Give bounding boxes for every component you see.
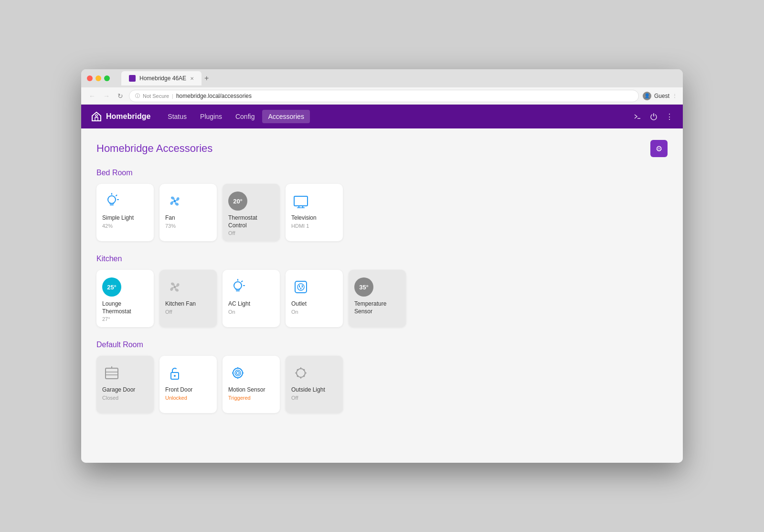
svg-point-6	[174, 200, 176, 202]
temperature-sensor-card[interactable]: 35° Temperature Sensor	[349, 270, 406, 327]
outside-light-icon	[291, 363, 310, 383]
thermostat-control-icon: 20°	[228, 192, 247, 211]
settings-gear-icon: ⚙	[656, 144, 662, 153]
outlet-status: On	[291, 309, 298, 315]
reload-button[interactable]: ↻	[116, 90, 125, 102]
kitchen-fan-status: Off	[165, 309, 172, 315]
thermostat-control-card[interactable]: 20° Thermostat Control Off	[223, 184, 280, 241]
close-button[interactable]	[87, 75, 93, 81]
temp-sensor-display: 35°	[354, 277, 373, 297]
svg-point-11	[174, 286, 176, 288]
ac-light-card[interactable]: AC Light On	[223, 270, 280, 327]
ac-light-status: On	[228, 309, 235, 315]
terminal-icon[interactable]	[633, 112, 642, 121]
kitchen-fan-name: Kitchen Fan	[165, 300, 196, 308]
television-status: HDMI 1	[291, 223, 309, 229]
fan-icon	[165, 192, 184, 211]
nav-item-status[interactable]: Status	[162, 110, 192, 123]
motion-sensor-card[interactable]: Motion Sensor Triggered	[223, 356, 280, 413]
default-room-grid: Garage Door Closed Front Door Unlocked	[96, 356, 668, 413]
light-icon	[102, 192, 121, 211]
profile-chevron-icon: ⋮	[672, 93, 677, 98]
front-door-card[interactable]: Front Door Unlocked	[159, 356, 217, 413]
bedroom-title: Bed Room	[96, 169, 668, 177]
kitchen-grid: 25° Lounge Thermostat 27°	[96, 270, 668, 327]
app-nav: Homebridge Status Plugins Config Accesso…	[81, 105, 683, 128]
lounge-temp-display: 25°	[102, 277, 121, 297]
default-room-section: Default Room Garage Door Closed	[96, 340, 668, 413]
svg-line-4	[116, 195, 117, 196]
motion-sensor-status: Triggered	[228, 395, 251, 401]
tab-bar: Homebridge 46AE ✕ +	[121, 71, 209, 85]
garage-door-icon	[102, 363, 121, 383]
thermostat-control-status: Off	[228, 230, 235, 236]
nav-item-plugins[interactable]: Plugins	[194, 110, 228, 123]
active-tab[interactable]: Homebridge 46AE ✕	[121, 71, 202, 85]
power-icon[interactable]	[649, 112, 658, 121]
lock-icon	[165, 363, 184, 383]
outlet-icon	[291, 277, 310, 297]
temperature-sensor-icon: 35°	[354, 277, 373, 297]
temperature-sensor-name: Temperature Sensor	[354, 300, 400, 315]
profile-area[interactable]: 👤 Guest ⋮	[643, 92, 677, 100]
outside-light-status: Off	[291, 395, 298, 401]
svg-rect-16	[295, 281, 307, 293]
kitchen-fan-card[interactable]: Kitchen Fan Off	[159, 270, 217, 327]
tab-title: Homebridge 46AE	[139, 75, 186, 82]
lounge-thermostat-status: 27°	[102, 316, 110, 322]
svg-point-2	[108, 196, 116, 203]
motion-sensor-name: Motion Sensor	[228, 386, 265, 394]
address-bar: ← → ↻ ⓘ Not Secure | homebridge.local/ac…	[81, 87, 683, 105]
front-door-status: Unlocked	[165, 395, 187, 401]
back-button[interactable]: ←	[87, 90, 97, 102]
fan-name: Fan	[165, 214, 175, 222]
nav-items: Status Plugins Config Accessories	[162, 110, 310, 123]
garage-door-card[interactable]: Garage Door Closed	[96, 356, 154, 413]
lounge-thermostat-card[interactable]: 25° Lounge Thermostat 27°	[96, 270, 154, 327]
simple-light-name: Simple Light	[102, 214, 134, 222]
svg-point-0	[96, 115, 97, 117]
nav-item-config[interactable]: Config	[230, 110, 260, 123]
maximize-button[interactable]	[104, 75, 110, 81]
page-header: Homebridge Accessories ⚙	[96, 140, 668, 157]
url-bar[interactable]: ⓘ Not Secure | homebridge.local/accessor…	[129, 90, 639, 102]
svg-point-29	[236, 372, 239, 374]
outside-light-name: Outside Light	[291, 386, 325, 394]
main-content: Homebridge Accessories ⚙ Bed Room	[81, 128, 683, 463]
profile-label: Guest	[654, 93, 669, 99]
outlet-name: Outlet	[291, 300, 307, 308]
outside-light-card[interactable]: Outside Light Off	[286, 356, 343, 413]
more-options-icon[interactable]: ⋮	[666, 112, 673, 121]
outlet-card[interactable]: Outlet On	[286, 270, 343, 327]
ac-light-name: AC Light	[228, 300, 250, 308]
settings-button[interactable]: ⚙	[650, 140, 668, 157]
new-tab-button[interactable]: +	[204, 74, 209, 83]
television-card[interactable]: Television HDMI 1	[286, 184, 343, 241]
garage-door-status: Closed	[102, 395, 118, 401]
svg-rect-7	[294, 196, 308, 206]
profile-icon: 👤	[643, 92, 651, 100]
svg-point-27	[233, 368, 243, 378]
lock-icon: ⓘ	[135, 93, 140, 99]
fan-card[interactable]: Fan 73%	[159, 184, 217, 241]
simple-light-card[interactable]: Simple Light 42%	[96, 184, 154, 241]
nav-item-accessories[interactable]: Accessories	[262, 110, 309, 123]
front-door-name: Front Door	[165, 386, 192, 394]
svg-line-14	[242, 281, 243, 282]
svg-rect-21	[106, 368, 118, 379]
tab-favicon	[129, 75, 136, 82]
minimize-button[interactable]	[96, 75, 101, 81]
svg-point-28	[235, 370, 241, 376]
lounge-thermostat-icon: 25°	[102, 277, 121, 297]
motion-sensor-icon	[228, 363, 247, 383]
app-logo-text: Homebridge	[106, 112, 150, 121]
tab-close-button[interactable]: ✕	[190, 76, 194, 81]
browser-window: Homebridge 46AE ✕ + ← → ↻ ⓘ Not Secure |…	[81, 69, 683, 463]
bedroom-section: Bed Room Simple Light	[96, 169, 668, 241]
app-logo: Homebridge	[91, 111, 150, 122]
television-name: Television	[291, 214, 317, 222]
kitchen-section: Kitchen 25° Lounge Thermostat 27°	[96, 255, 668, 327]
simple-light-status: 42%	[102, 223, 113, 229]
url-security-label: Not Secure	[143, 93, 169, 99]
forward-button[interactable]: →	[101, 90, 112, 102]
